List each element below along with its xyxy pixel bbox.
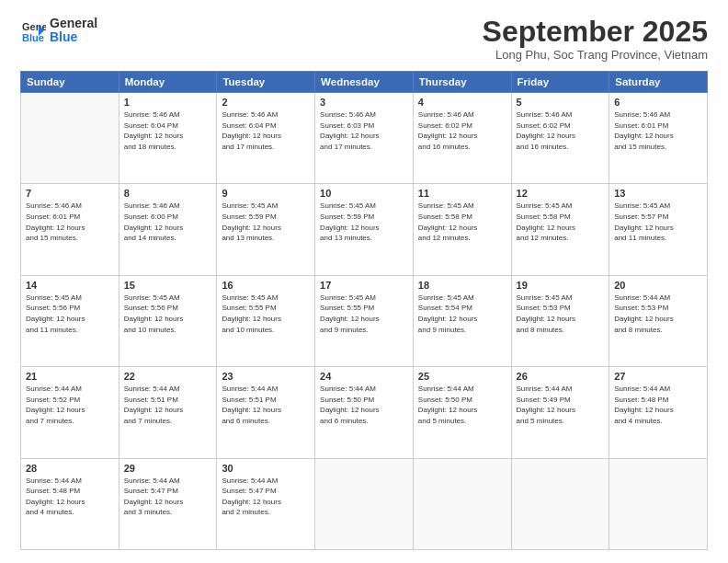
cell-date-number: 23 [222, 371, 310, 382]
cell-date-number: 19 [517, 280, 605, 291]
calendar-cell: 24Sunrise: 5:44 AM Sunset: 5:50 PM Dayli… [315, 367, 414, 458]
cell-date-number: 21 [26, 371, 114, 382]
calendar-cell: 2Sunrise: 5:46 AM Sunset: 6:04 PM Daylig… [217, 93, 315, 184]
cell-date-number: 9 [222, 188, 310, 199]
weekday-header-monday: Monday [119, 72, 217, 93]
cell-info-text: Sunrise: 5:46 AM Sunset: 6:02 PM Dayligh… [418, 109, 506, 152]
cell-info-text: Sunrise: 5:45 AM Sunset: 5:54 PM Dayligh… [418, 293, 506, 335]
weekday-header-wednesday: Wednesday [315, 72, 414, 93]
calendar-cell: 21Sunrise: 5:44 AM Sunset: 5:52 PM Dayli… [21, 367, 119, 458]
cell-info-text: Sunrise: 5:45 AM Sunset: 5:55 PM Dayligh… [320, 293, 408, 335]
cell-date-number: 2 [222, 97, 310, 108]
calendar-cell [609, 458, 708, 549]
calendar-cell: 17Sunrise: 5:45 AM Sunset: 5:55 PM Dayli… [315, 275, 414, 366]
calendar-week-row: 7Sunrise: 5:46 AM Sunset: 6:01 PM Daylig… [21, 184, 708, 275]
calendar-cell [413, 458, 511, 549]
cell-date-number: 10 [320, 188, 408, 199]
calendar-week-row: 21Sunrise: 5:44 AM Sunset: 5:52 PM Dayli… [21, 367, 708, 458]
calendar-cell: 13Sunrise: 5:45 AM Sunset: 5:57 PM Dayli… [609, 184, 708, 275]
cell-info-text: Sunrise: 5:46 AM Sunset: 6:02 PM Dayligh… [517, 109, 605, 152]
cell-date-number: 20 [614, 280, 702, 291]
cell-info-text: Sunrise: 5:45 AM Sunset: 5:57 PM Dayligh… [614, 201, 702, 243]
cell-info-text: Sunrise: 5:44 AM Sunset: 5:53 PM Dayligh… [614, 293, 702, 335]
cell-date-number: 6 [614, 97, 702, 108]
calendar-cell: 7Sunrise: 5:46 AM Sunset: 6:01 PM Daylig… [21, 184, 119, 275]
cell-info-text: Sunrise: 5:45 AM Sunset: 5:59 PM Dayligh… [222, 201, 310, 243]
calendar-week-row: 1Sunrise: 5:46 AM Sunset: 6:04 PM Daylig… [21, 93, 708, 184]
cell-info-text: Sunrise: 5:44 AM Sunset: 5:52 PM Dayligh… [26, 384, 114, 426]
cell-info-text: Sunrise: 5:44 AM Sunset: 5:50 PM Dayligh… [320, 384, 408, 426]
cell-date-number: 1 [124, 97, 212, 108]
cell-date-number: 3 [320, 97, 408, 108]
calendar-cell [511, 458, 609, 549]
weekday-header-saturday: Saturday [609, 72, 708, 93]
calendar-cell: 26Sunrise: 5:44 AM Sunset: 5:49 PM Dayli… [511, 367, 609, 458]
calendar-cell: 18Sunrise: 5:45 AM Sunset: 5:54 PM Dayli… [413, 275, 511, 366]
calendar-cell: 20Sunrise: 5:44 AM Sunset: 5:53 PM Dayli… [609, 275, 708, 366]
cell-date-number: 16 [222, 280, 310, 291]
cell-info-text: Sunrise: 5:44 AM Sunset: 5:49 PM Dayligh… [517, 384, 605, 426]
cell-date-number: 26 [517, 371, 605, 382]
calendar-cell: 11Sunrise: 5:45 AM Sunset: 5:58 PM Dayli… [413, 184, 511, 275]
calendar-cell: 23Sunrise: 5:44 AM Sunset: 5:51 PM Dayli… [217, 367, 315, 458]
cell-date-number: 27 [614, 371, 702, 382]
calendar-week-row: 14Sunrise: 5:45 AM Sunset: 5:56 PM Dayli… [21, 275, 708, 366]
calendar-cell: 15Sunrise: 5:45 AM Sunset: 5:56 PM Dayli… [119, 275, 217, 366]
cell-date-number: 22 [124, 371, 212, 382]
cell-info-text: Sunrise: 5:46 AM Sunset: 6:00 PM Dayligh… [124, 201, 212, 243]
calendar-cell: 16Sunrise: 5:45 AM Sunset: 5:55 PM Dayli… [217, 275, 315, 366]
cell-info-text: Sunrise: 5:44 AM Sunset: 5:47 PM Dayligh… [124, 476, 212, 518]
calendar-cell: 12Sunrise: 5:45 AM Sunset: 5:58 PM Dayli… [511, 184, 609, 275]
calendar-cell: 5Sunrise: 5:46 AM Sunset: 6:02 PM Daylig… [511, 93, 609, 184]
logo-icon: General Blue [20, 17, 46, 43]
calendar-cell [315, 458, 414, 549]
weekday-header-row: SundayMondayTuesdayWednesdayThursdayFrid… [21, 72, 708, 93]
cell-info-text: Sunrise: 5:46 AM Sunset: 6:04 PM Dayligh… [222, 109, 310, 152]
cell-info-text: Sunrise: 5:44 AM Sunset: 5:51 PM Dayligh… [124, 384, 212, 426]
cell-info-text: Sunrise: 5:45 AM Sunset: 5:58 PM Dayligh… [517, 201, 605, 243]
cell-info-text: Sunrise: 5:44 AM Sunset: 5:48 PM Dayligh… [614, 384, 702, 426]
logo-text-general: General [50, 17, 97, 30]
svg-text:Blue: Blue [22, 32, 44, 43]
cell-date-number: 14 [26, 280, 114, 291]
calendar-cell: 28Sunrise: 5:44 AM Sunset: 5:48 PM Dayli… [21, 458, 119, 549]
header: General Blue General Blue September 2025… [20, 17, 708, 62]
weekday-header-friday: Friday [511, 72, 609, 93]
calendar-cell: 9Sunrise: 5:45 AM Sunset: 5:59 PM Daylig… [217, 184, 315, 275]
cell-date-number: 30 [222, 463, 310, 474]
cell-info-text: Sunrise: 5:45 AM Sunset: 5:58 PM Dayligh… [418, 201, 506, 243]
cell-date-number: 8 [124, 188, 212, 199]
weekday-header-sunday: Sunday [21, 72, 119, 93]
calendar-cell: 10Sunrise: 5:45 AM Sunset: 5:59 PM Dayli… [315, 184, 414, 275]
calendar-cell: 22Sunrise: 5:44 AM Sunset: 5:51 PM Dayli… [119, 367, 217, 458]
cell-date-number: 25 [418, 371, 506, 382]
cell-info-text: Sunrise: 5:46 AM Sunset: 6:01 PM Dayligh… [26, 201, 114, 243]
cell-date-number: 29 [124, 463, 212, 474]
cell-date-number: 11 [418, 188, 506, 199]
calendar-cell: 4Sunrise: 5:46 AM Sunset: 6:02 PM Daylig… [413, 93, 511, 184]
cell-info-text: Sunrise: 5:45 AM Sunset: 5:59 PM Dayligh… [320, 201, 408, 243]
cell-date-number: 4 [418, 97, 506, 108]
cell-date-number: 24 [320, 371, 408, 382]
cell-info-text: Sunrise: 5:45 AM Sunset: 5:53 PM Dayligh… [517, 293, 605, 335]
calendar-cell: 25Sunrise: 5:44 AM Sunset: 5:50 PM Dayli… [413, 367, 511, 458]
cell-date-number: 18 [418, 280, 506, 291]
location-subtitle: Long Phu, Soc Trang Province, Vietnam [483, 48, 708, 62]
cell-info-text: Sunrise: 5:44 AM Sunset: 5:47 PM Dayligh… [222, 476, 310, 518]
cell-date-number: 28 [26, 463, 114, 474]
calendar-cell: 14Sunrise: 5:45 AM Sunset: 5:56 PM Dayli… [21, 275, 119, 366]
cell-info-text: Sunrise: 5:46 AM Sunset: 6:04 PM Dayligh… [124, 109, 212, 152]
calendar-table: SundayMondayTuesdayWednesdayThursdayFrid… [20, 71, 708, 550]
month-title: September 2025 [483, 17, 708, 46]
cell-info-text: Sunrise: 5:44 AM Sunset: 5:50 PM Dayligh… [418, 384, 506, 426]
calendar-cell: 30Sunrise: 5:44 AM Sunset: 5:47 PM Dayli… [217, 458, 315, 549]
cell-info-text: Sunrise: 5:44 AM Sunset: 5:51 PM Dayligh… [222, 384, 310, 426]
calendar-cell: 29Sunrise: 5:44 AM Sunset: 5:47 PM Dayli… [119, 458, 217, 549]
cell-info-text: Sunrise: 5:46 AM Sunset: 6:01 PM Dayligh… [614, 109, 702, 152]
cell-info-text: Sunrise: 5:46 AM Sunset: 6:03 PM Dayligh… [320, 109, 408, 152]
calendar-cell: 8Sunrise: 5:46 AM Sunset: 6:00 PM Daylig… [119, 184, 217, 275]
title-area: September 2025 Long Phu, Soc Trang Provi… [483, 17, 708, 62]
cell-date-number: 7 [26, 188, 114, 199]
cell-date-number: 5 [517, 97, 605, 108]
logo: General Blue General Blue [20, 17, 97, 45]
